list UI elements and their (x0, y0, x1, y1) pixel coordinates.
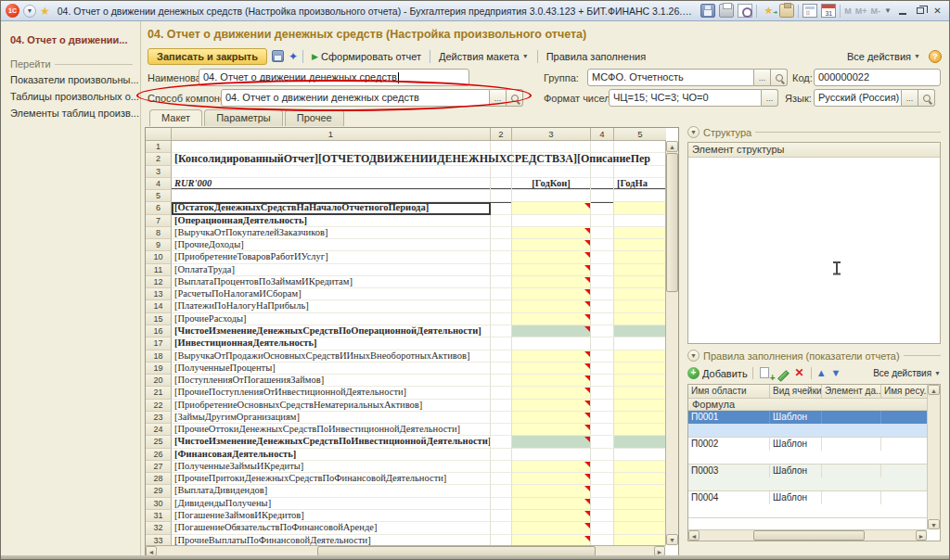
group-input[interactable]: МСФО. Отчетность ... (587, 69, 788, 86)
sheet-cell[interactable]: [ПолученныеЗаймыИКредиты] (172, 461, 491, 473)
sheet-cell[interactable]: [РасчетыПоНалогамИСборам] (172, 288, 491, 300)
area-name-cell[interactable]: П0004 (688, 491, 770, 504)
rules-row-line1[interactable]: П0001Шаблон (688, 411, 928, 424)
sheet-cell[interactable] (491, 227, 512, 239)
sheet-cell[interactable]: [КонсолидированныйОтчет][ОТЧЕТОДВИЖЕНИИД… (172, 153, 491, 165)
sheet-cell[interactable] (491, 313, 512, 325)
sheet-cell[interactable] (591, 436, 614, 448)
sheet-cell[interactable] (614, 449, 666, 461)
favorites-star-icon[interactable]: ★ (40, 6, 50, 17)
sheet-cell[interactable] (614, 239, 666, 251)
print-icon[interactable] (719, 4, 734, 18)
row-header-12[interactable]: 12 (146, 276, 172, 288)
clipboard-icon[interactable] (779, 4, 794, 18)
copy-button[interactable] (758, 367, 771, 380)
ellipsis-button[interactable]: ... (902, 89, 918, 107)
sheet-cell[interactable] (614, 375, 666, 387)
add-favorite-icon[interactable]: ★ (761, 4, 776, 18)
sheet-cell[interactable] (491, 363, 512, 375)
row-header-24[interactable]: 24 (146, 424, 172, 436)
sheet-cell[interactable] (591, 264, 614, 276)
sheet-cell[interactable] (614, 522, 666, 534)
calculator-icon[interactable] (802, 4, 817, 18)
sheet-cell[interactable] (614, 313, 666, 325)
scroll-up-icon[interactable]: ▲ (666, 141, 678, 152)
code-input[interactable]: 000000022 (814, 69, 941, 86)
sheet-cell[interactable] (591, 227, 614, 239)
sheet-cell[interactable] (491, 251, 512, 263)
sheet-cell[interactable] (512, 498, 591, 510)
row-header-16[interactable]: 16 (146, 325, 172, 337)
row-header-18[interactable]: 18 (146, 350, 172, 363)
sheet-cell[interactable] (614, 412, 666, 424)
sheet-cell[interactable] (614, 485, 666, 497)
data-element-cell[interactable] (822, 491, 881, 504)
sheet-cell[interactable] (614, 387, 666, 399)
rules-row-line1[interactable]: П0002Шаблон (688, 438, 928, 451)
ellipsis-button[interactable]: ... (762, 89, 778, 107)
magic-sparkle-icon[interactable]: ✦ (289, 50, 298, 63)
sheet-cell[interactable]: [ПлатежиПоНалогуНаПрибыль] (172, 300, 491, 312)
data-element-cell[interactable] (822, 465, 881, 477)
sheet-vertical-scrollbar[interactable]: ▲ ▼ (665, 141, 678, 545)
sheet-cell[interactable] (614, 436, 666, 448)
name-input[interactable]: 04. Отчет о движении денежных средств (199, 69, 469, 86)
row-header-27[interactable]: 27 (146, 461, 172, 473)
sheet-cell[interactable] (491, 166, 512, 178)
sheet-cell[interactable] (591, 449, 614, 461)
sheet-cell[interactable] (512, 276, 591, 288)
col-area-name[interactable]: Имя области (688, 385, 770, 399)
sheet-cell[interactable] (491, 178, 512, 190)
sheet-cell[interactable] (512, 300, 591, 312)
layout-actions-menu[interactable]: Действия макета ▼ (435, 49, 533, 64)
sheet-corner-cell[interactable] (146, 128, 172, 141)
rules-horizontal-scrollbar[interactable]: ◄ ► (688, 529, 927, 541)
cell-kind-cell[interactable]: Шаблон (770, 411, 822, 424)
sheet-cell[interactable] (512, 387, 591, 399)
sheet-cell[interactable] (172, 190, 491, 202)
sheet-cell[interactable] (491, 202, 512, 214)
column-header-3[interactable]: 3 (512, 128, 591, 141)
row-header-29[interactable]: 29 (146, 485, 172, 497)
sheet-cell[interactable] (591, 325, 614, 337)
row-header-7[interactable]: 7 (146, 215, 172, 227)
row-header-2[interactable]: 2 (146, 153, 172, 165)
sheet-cell[interactable] (512, 350, 591, 363)
sheet-cell[interactable] (512, 141, 591, 153)
sheet-cell[interactable] (512, 313, 591, 325)
sheet-cell[interactable] (491, 276, 512, 288)
column-header-5[interactable]: 5 (614, 128, 666, 141)
sheet-cell[interactable] (591, 300, 614, 312)
generate-report-button[interactable]: ▶ Сформировать отчет (308, 49, 425, 64)
sheet-cell[interactable] (491, 288, 512, 300)
rules-row-formula-line[interactable] (688, 477, 928, 490)
sheet-cell[interactable] (591, 412, 614, 424)
sheet-cell[interactable] (614, 227, 666, 239)
sheet-cell[interactable] (491, 239, 512, 251)
sidebar-item-0[interactable]: Показатели произвольны... (1, 71, 140, 88)
scroll-thumb[interactable] (753, 530, 865, 541)
rules-all-actions-menu[interactable]: Все действия ▼ (873, 368, 941, 378)
sheet-cell[interactable]: [ПрочиеПоступленияОтИнвестиционнойДеятел… (172, 387, 491, 399)
sheet-cell[interactable] (614, 400, 666, 412)
rules-row-П0003[interactable]: П0003Шаблон (688, 465, 928, 491)
sheet-cell[interactable]: [ВыручкаОтПродажиОсновныхСредствИИныхВне… (172, 350, 491, 363)
sidebar-item-1[interactable]: Таблицы произвольных о... (1, 88, 140, 105)
sheet-cell[interactable] (591, 337, 614, 350)
row-header-26[interactable]: 26 (146, 449, 172, 461)
sheet-cell[interactable] (491, 141, 512, 153)
rules-row-formula-line[interactable] (688, 451, 928, 464)
sheet-cell[interactable] (512, 202, 591, 214)
sheet-cell[interactable] (512, 363, 591, 375)
sheet-cell[interactable] (172, 166, 491, 178)
minimize-button[interactable] (895, 5, 909, 17)
sheet-cell[interactable] (512, 166, 591, 178)
sheet-cell[interactable] (614, 350, 666, 363)
row-header-6[interactable]: 6 (146, 202, 172, 214)
sheet-cell[interactable] (614, 300, 666, 312)
row-header-11[interactable]: 11 (146, 264, 172, 276)
magnifier-button[interactable] (771, 69, 788, 86)
sheet-cell[interactable] (491, 498, 512, 510)
row-header-28[interactable]: 28 (146, 473, 172, 485)
sheet-cell[interactable] (591, 166, 614, 178)
